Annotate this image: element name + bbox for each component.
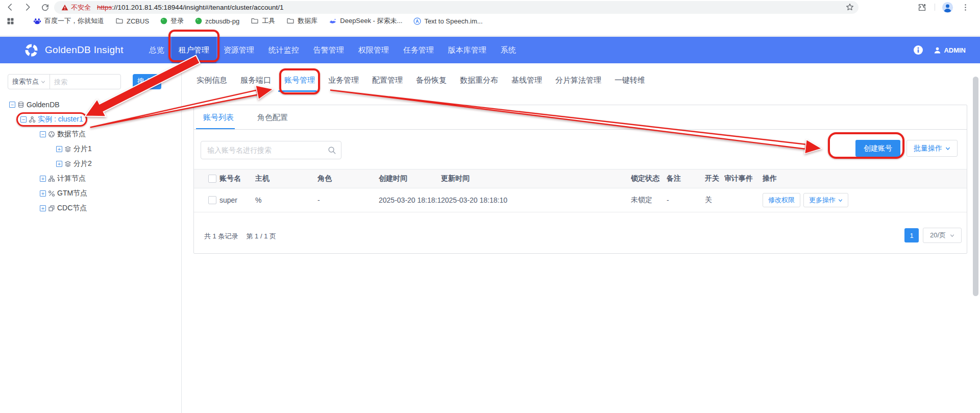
nav-item-repository[interactable]: 版本库管理 [441, 37, 494, 63]
url-scheme: https [97, 4, 112, 11]
security-label: 不安全 [71, 3, 91, 12]
chevron-down-icon [950, 233, 954, 238]
help-info-icon[interactable] [913, 45, 923, 55]
bookmark-label: 百度一下，你就知道 [44, 16, 104, 26]
extensions-button[interactable] [917, 1, 927, 13]
bookmark-folder-zcbus[interactable]: ZCBUS [115, 17, 149, 25]
browser-profile-button[interactable] [942, 1, 953, 13]
page-scrollbar-thumb[interactable] [973, 77, 978, 296]
three-dot-menu-icon [961, 3, 970, 12]
cdc-node-icon [48, 205, 55, 212]
collapse-toggle-icon[interactable]: − [20, 116, 27, 123]
deepseek-whale-icon [329, 17, 337, 25]
subnav-baseline-mgmt[interactable]: 基线管理 [511, 76, 542, 85]
nav-item-tenant[interactable]: 租户管理 [172, 37, 216, 63]
user-menu[interactable]: ADMIN [934, 46, 966, 54]
bookmark-text-to-speech[interactable]: Text to Speech.im... [413, 17, 482, 25]
browser-reload-button[interactable] [39, 1, 51, 13]
tab-role-config[interactable]: 角色配置 [257, 105, 288, 129]
nav-item-system[interactable]: 系统 [494, 37, 523, 63]
nav-item-resource[interactable]: 资源管理 [216, 37, 261, 63]
bookmark-zcbusdb-pg[interactable]: zcbusdb-pg [195, 17, 239, 25]
subnav-service-port[interactable]: 服务端口 [240, 76, 271, 85]
tree-label: 实例 : cluster1 [38, 115, 83, 124]
subnav-data-redistribution[interactable]: 数据重分布 [460, 76, 498, 85]
browser-back-button[interactable] [4, 1, 16, 13]
tree-item-shard1[interactable]: + 分片1 [0, 141, 181, 156]
more-operation-button[interactable]: 更多操作 [803, 193, 848, 207]
browser-chrome: 不安全 https://101.201.81.45:18944/insight#… [0, 0, 980, 36]
row-checkbox-cell [194, 188, 219, 212]
account-search-input[interactable] [201, 141, 341, 159]
address-bar[interactable]: 不安全 https://101.201.81.45:18944/insight#… [54, 1, 859, 14]
tree-item-data-node[interactable]: − 数据节点 [0, 127, 181, 141]
url-rest: ://101.201.81.45:18944/insight#/tenant/c… [112, 4, 283, 11]
search-node-select[interactable]: 搜索节点 [8, 75, 50, 89]
search-select-label: 搜索节点 [12, 77, 39, 86]
bookmark-label: ZCBUS [127, 17, 149, 25]
subnav-one-key-switch[interactable]: 一键转维 [615, 76, 645, 85]
sidebar-search-input[interactable] [50, 75, 120, 89]
side-panel-button[interactable] [6, 17, 15, 26]
expand-toggle-icon[interactable]: + [40, 190, 46, 197]
page-size-select[interactable]: 20/页 [923, 228, 962, 243]
subnav-instance-info[interactable]: 实例信息 [197, 76, 227, 85]
bookmark-label: 登录 [170, 16, 184, 26]
col-role: 角色 [317, 169, 379, 188]
green-dot-icon [195, 17, 202, 25]
letter-a-circle-icon [413, 17, 421, 25]
subnav-config-mgmt[interactable]: 配置管理 [372, 76, 403, 85]
subnav-backup-restore[interactable]: 备份恢复 [416, 76, 447, 85]
collapse-toggle-icon[interactable]: − [9, 102, 15, 108]
nav-item-overview[interactable]: 总览 [142, 37, 172, 63]
col-switch: 开关 [705, 169, 724, 188]
sidebar-search-button[interactable]: 搜索 [133, 74, 161, 89]
row-checkbox[interactable] [208, 196, 216, 204]
tree-item-compute-node[interactable]: + 计算节点 [0, 171, 181, 186]
expand-toggle-icon[interactable]: + [40, 205, 46, 211]
bookmark-deepseek[interactable]: DeepSeek - 探索未... [329, 16, 402, 26]
url-text: https://101.201.81.45:18944/insight#/ten… [97, 4, 284, 11]
tree-item-cluster1-inner: − 实例 : cluster1 [20, 115, 83, 124]
subnav-account-mgmt[interactable]: 账号管理 [284, 76, 315, 85]
bookmark-login[interactable]: 登录 [160, 16, 184, 26]
chevron-down-icon [41, 80, 45, 84]
panel-tabs: 账号列表 角色配置 [194, 105, 967, 130]
bookmark-folder-tools[interactable]: 工具 [251, 16, 275, 26]
page-info: 第 1 / 1 页 [246, 232, 276, 241]
nav-item-permission[interactable]: 权限管理 [351, 37, 396, 63]
tree-item-cdc-node[interactable]: + CDC节点 [0, 201, 181, 215]
browser-forward-button[interactable] [21, 1, 34, 13]
profile-avatar-icon [942, 2, 953, 13]
expand-toggle-icon[interactable]: + [40, 176, 46, 182]
expand-toggle-icon[interactable]: + [56, 161, 62, 167]
user-icon [934, 46, 941, 54]
subnav-shard-algorithm[interactable]: 分片算法管理 [555, 76, 601, 85]
subnav-business-mgmt[interactable]: 业务管理 [328, 76, 359, 85]
security-badge[interactable]: 不安全 [61, 3, 91, 12]
page-number-button[interactable]: 1 [904, 228, 919, 242]
search-icon[interactable] [328, 146, 336, 157]
batch-operation-button[interactable]: 批量操作 [906, 140, 958, 157]
browser-menu-button[interactable] [961, 1, 970, 13]
cluster-subnav: 实例信息 服务端口 账号管理 业务管理 配置管理 备份恢复 数据重分布 基线管理… [197, 63, 645, 97]
tab-account-list[interactable]: 账号列表 [203, 105, 234, 129]
more-operation-label: 更多操作 [809, 196, 836, 205]
tree-item-shard2[interactable]: + 分片2 [0, 156, 181, 171]
nav-item-alarm[interactable]: 告警管理 [306, 37, 351, 63]
cell-audit-event [724, 188, 763, 212]
tree-item-gtm-node[interactable]: + GTM节点 [0, 186, 181, 201]
collapse-toggle-icon[interactable]: − [40, 131, 46, 137]
select-all-checkbox[interactable] [208, 175, 216, 183]
bookmark-baidu[interactable]: 百度一下，你就知道 [33, 16, 104, 26]
create-account-button[interactable]: 创建账号 [855, 140, 900, 157]
bookmark-label: Text to Speech.im... [424, 17, 482, 25]
modify-permission-button[interactable]: 修改权限 [763, 193, 800, 207]
bookmark-star-button[interactable] [845, 3, 854, 14]
tree-item-cluster1[interactable]: − 实例 : cluster1 [0, 112, 181, 127]
nav-item-task[interactable]: 任务管理 [396, 37, 441, 63]
expand-toggle-icon[interactable]: + [56, 146, 62, 152]
bookmark-folder-database[interactable]: 数据库 [286, 16, 317, 26]
nav-item-statistics[interactable]: 统计监控 [261, 37, 306, 63]
tree-item-goldendb[interactable]: − GoldenDB [0, 97, 181, 112]
